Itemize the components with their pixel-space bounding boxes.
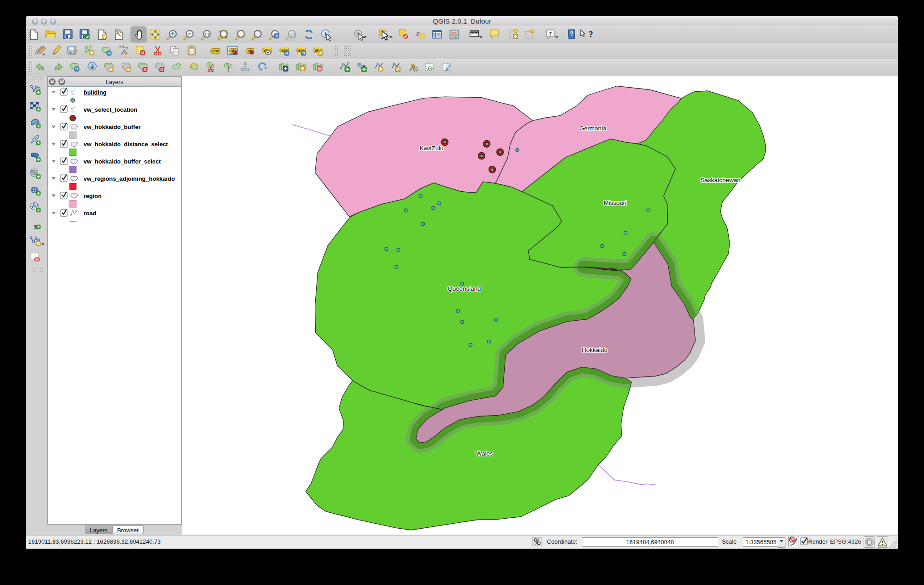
svg-text:i: i — [324, 30, 326, 37]
svg-text:vw_select_location: vw_select_location — [84, 106, 138, 113]
svg-text:Hokkaido: Hokkaido — [582, 347, 607, 353]
svg-text:Germania: Germania — [579, 125, 606, 132]
svg-text:ε: ε — [417, 29, 420, 38]
svg-text:Saskatchewan: Saskatchewan — [700, 177, 740, 183]
svg-text:road: road — [84, 210, 96, 217]
svg-text:vw_hokkaido_buffer_select: vw_hokkaido_buffer_select — [84, 158, 161, 165]
svg-text:1:1: 1:1 — [204, 33, 209, 36]
svg-text:building: building — [84, 89, 107, 96]
svg-text:?: ? — [570, 30, 573, 37]
svg-text:region: region — [84, 193, 102, 199]
svg-text:Queensland: Queensland — [448, 285, 481, 292]
svg-text:T: T — [549, 31, 552, 36]
svg-text:Missouri: Missouri — [604, 199, 626, 206]
svg-text:KwaZulu: KwaZulu — [420, 145, 444, 152]
svg-text:vw_hokkaido_buffer: vw_hokkaido_buffer — [84, 124, 141, 130]
svg-text:Wales: Wales — [476, 450, 493, 457]
svg-text:?: ? — [589, 30, 593, 39]
svg-text:vw_regions_adjoining_hokkaido: vw_regions_adjoining_hokkaido — [84, 175, 175, 182]
svg-text:vw_hokkaido_distance_select: vw_hokkaido_distance_select — [84, 141, 168, 148]
